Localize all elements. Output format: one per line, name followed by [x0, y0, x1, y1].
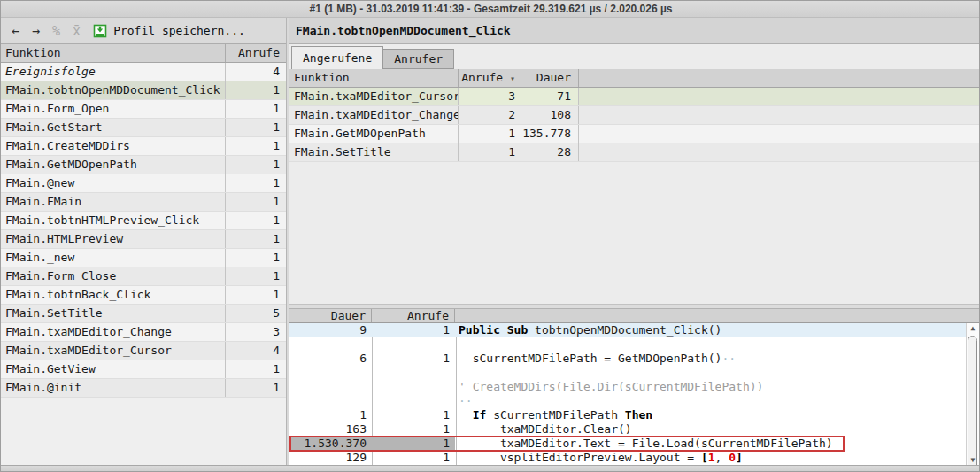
- tab-anrufer[interactable]: Anrufer: [383, 49, 454, 69]
- calls-cell: 1: [459, 143, 521, 161]
- line-calls: 1: [372, 352, 455, 366]
- back-icon[interactable]: ←: [12, 19, 19, 43]
- forward-icon[interactable]: →: [32, 19, 40, 43]
- function-cell: FMain._new: [1, 249, 226, 267]
- profiler-toolbar: ← → % x̄ Profil speichern...: [1, 18, 286, 44]
- save-profile-label: Profil speichern...: [113, 24, 245, 37]
- function-cell: FMain.tobtnHTMLPreview_Click: [1, 212, 226, 229]
- code-line[interactable]: ··: [289, 394, 979, 408]
- code-line[interactable]: 11 If sCurrentMDFilePath Then: [289, 408, 979, 422]
- table-row[interactable]: FMain.txaMDEditor_Cursor371: [289, 88, 979, 106]
- code-token: ,: [715, 451, 729, 464]
- code-text: If sCurrentMDFilePath Then: [455, 408, 979, 422]
- code-header-dauer[interactable]: Dauer: [289, 309, 372, 322]
- code-line[interactable]: [289, 366, 979, 380]
- tab-angerufene[interactable]: Angerufene: [291, 46, 383, 69]
- table-row[interactable]: FMain._new1: [1, 249, 286, 267]
- calls-cell: 1: [226, 119, 286, 136]
- left-header-anrufe[interactable]: Anrufe: [226, 44, 286, 62]
- code-line[interactable]: 1291 vsplitEditorPreview.Layout = [1, 0]: [289, 451, 979, 465]
- table-row[interactable]: FMain.FMain1: [1, 193, 286, 212]
- code-header-anrufe[interactable]: Anrufe: [372, 309, 455, 322]
- function-cell: FMain.SetTitle: [1, 305, 226, 322]
- table-row[interactable]: FMain.tobtnOpenMDDocument_Click1: [1, 81, 286, 100]
- function-cell: FMain.Form_Open: [1, 100, 226, 118]
- called-header-funktion[interactable]: Funktion: [289, 69, 459, 87]
- save-icon: [93, 24, 107, 38]
- calls-cell: 3: [226, 323, 286, 341]
- window-title: #1 (1 MB) - 31.03.2019 11:41:39 - Gesamt…: [1, 1, 980, 18]
- code-token: ··: [721, 352, 736, 365]
- line-calls: 1: [372, 451, 455, 465]
- code-token: If: [473, 408, 487, 422]
- table-row[interactable]: FMain.Form_Close1: [1, 267, 286, 286]
- code-text: txaMDEditor.Clear(): [455, 422, 979, 437]
- line-calls: [372, 366, 455, 380]
- table-row[interactable]: FMain.GetView1: [1, 360, 286, 379]
- scrollbar-up-icon[interactable]: ▲: [967, 324, 979, 332]
- called-header-dauer[interactable]: Dauer: [521, 69, 579, 87]
- table-row[interactable]: FMain.GetStart1: [1, 119, 286, 137]
- code-line[interactable]: [289, 337, 979, 352]
- table-row[interactable]: Ereignisfolge4: [1, 63, 286, 81]
- called-header-anrufe[interactable]: Anrufe ▾: [459, 69, 521, 87]
- code-line[interactable]: 1.530.3701 txaMDEditor.Text = File.Load(…: [289, 437, 979, 451]
- table-row[interactable]: FMain.Form_Open1: [1, 100, 286, 119]
- calls-cell: 1: [226, 379, 286, 397]
- calls-cell: 5: [226, 305, 286, 322]
- code-line[interactable]: 61 sCurrentMDFilePath = GetMDOpenPath()·…: [289, 352, 979, 366]
- code-line[interactable]: ' CreateMDDirs(File.Dir(sCurrentMDFilePa…: [289, 380, 979, 394]
- table-row[interactable]: FMain.tobtnBack_Click1: [1, 286, 286, 305]
- table-row[interactable]: FMain.CreateMDDirs1: [1, 137, 286, 156]
- table-row[interactable]: FMain.tobtnHTMLPreview_Click1: [1, 212, 286, 230]
- function-cell: FMain.GetMDOpenPath: [289, 125, 459, 143]
- left-header-funktion[interactable]: Funktion: [1, 44, 226, 62]
- code-token: 1: [708, 451, 715, 464]
- table-row[interactable]: FMain.GetMDOpenPath1135.778: [289, 125, 979, 143]
- table-row[interactable]: FMain.txaMDEditor_Change3: [1, 323, 286, 342]
- line-duration: 129: [289, 451, 372, 465]
- table-row[interactable]: FMain.txaMDEditor_Cursor4: [1, 342, 286, 360]
- table-row[interactable]: FMain.txaMDEditor_Change2108: [289, 106, 979, 125]
- function-cell: FMain.txaMDEditor_Cursor: [289, 88, 459, 105]
- code-text: Public Sub tobtnOpenMDDocument_Click(): [455, 323, 979, 337]
- percent-icon[interactable]: %: [52, 19, 60, 43]
- table-row[interactable]: FMain.SetTitle128: [289, 143, 979, 162]
- line-duration: 1.530.370: [289, 437, 372, 451]
- function-cell: FMain.@new: [1, 174, 226, 192]
- line-calls: [372, 380, 455, 394]
- left-table-filler: [1, 398, 286, 465]
- detail-title: FMain.tobtnOpenMDDocument_Click: [289, 18, 979, 44]
- table-row[interactable]: FMain.HTMLPreview1: [1, 230, 286, 249]
- mean-icon[interactable]: x̄: [73, 19, 81, 43]
- code-table-header: Dauer Anrufe: [289, 309, 979, 323]
- function-cell: FMain.Form_Close: [1, 267, 226, 285]
- duration-cell: 135.778: [521, 125, 579, 143]
- scrollbar-down-icon[interactable]: ▼: [967, 456, 979, 464]
- code-token: ··: [459, 394, 473, 407]
- table-row[interactable]: FMain.@init1: [1, 379, 286, 398]
- code-token: ]: [736, 451, 743, 464]
- code-line[interactable]: 1631 txaMDEditor.Clear(): [289, 422, 979, 437]
- code-line[interactable]: 91Public Sub tobtnOpenMDDocument_Click(): [289, 323, 979, 337]
- function-cell: FMain.tobtnOpenMDDocument_Click: [1, 81, 226, 99]
- code-scrollbar[interactable]: ▲ ▼: [966, 323, 979, 465]
- detail-panel: FMain.tobtnOpenMDDocument_Click Angerufe…: [289, 18, 979, 465]
- line-duration: 6: [289, 352, 372, 366]
- table-row[interactable]: FMain.SetTitle5: [1, 305, 286, 323]
- code-token: Public Sub: [459, 323, 535, 337]
- calls-cell: 1: [226, 230, 286, 248]
- calls-cell: 1: [226, 193, 286, 211]
- calls-cell: 4: [226, 342, 286, 360]
- calls-cell: 1: [226, 267, 286, 285]
- table-row[interactable]: FMain.@new1: [1, 174, 286, 193]
- calls-cell: 1: [226, 174, 286, 192]
- save-profile-button[interactable]: Profil speichern...: [93, 24, 245, 38]
- window-bottom-border: [1, 465, 980, 472]
- calls-cell: 1: [226, 286, 286, 304]
- calls-cell: 1: [226, 156, 286, 174]
- duration-cell: 28: [521, 143, 579, 161]
- scrollbar-thumb[interactable]: [968, 336, 977, 465]
- code-text: ··: [455, 394, 979, 408]
- table-row[interactable]: FMain.GetMDOpenPath1: [1, 156, 286, 174]
